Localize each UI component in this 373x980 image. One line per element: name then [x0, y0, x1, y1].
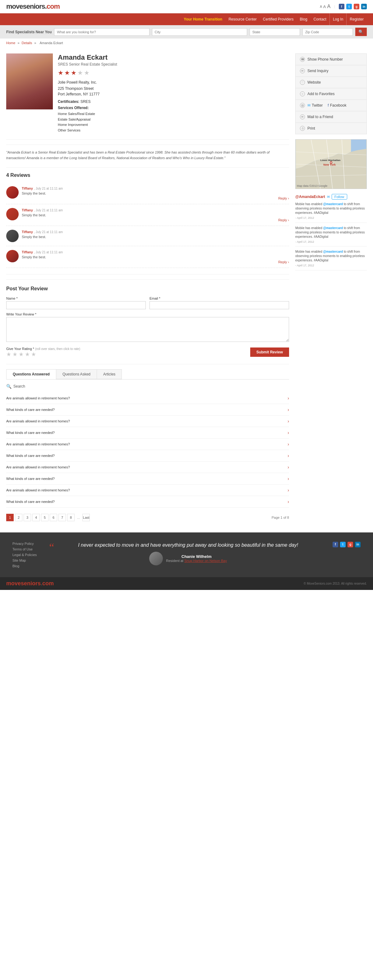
- font-size-large[interactable]: A: [327, 4, 330, 10]
- page-1[interactable]: 1: [6, 514, 14, 521]
- qa-item[interactable]: What kinds of care are needed? ›: [6, 427, 289, 439]
- send-inquiry-label: Send Inquiry: [308, 69, 328, 73]
- page-last[interactable]: Last: [82, 514, 90, 521]
- twitter-share[interactable]: ✉ Twitter: [308, 103, 323, 108]
- header-twitter-icon[interactable]: t: [346, 4, 352, 10]
- footer-legal[interactable]: Legal & Policies: [13, 553, 37, 557]
- review-textarea[interactable]: [6, 317, 289, 342]
- footer-terms[interactable]: Terms of Use: [13, 547, 37, 551]
- nav-register[interactable]: Register: [346, 13, 367, 25]
- page-4[interactable]: 4: [32, 514, 40, 521]
- tab-articles[interactable]: Articles: [97, 369, 122, 379]
- reply-link-4[interactable]: Reply ›: [22, 260, 289, 264]
- qa-arrow-9: ›: [287, 488, 289, 493]
- tab-questions-answered[interactable]: Questions Answered: [6, 369, 56, 379]
- reviews-title: 4 Reviews: [6, 172, 289, 178]
- nav-resource-center[interactable]: Resource Center: [225, 13, 260, 25]
- facebook-share[interactable]: f Facebook: [328, 103, 346, 108]
- send-inquiry-action[interactable]: ✉ Send Inquiry: [296, 65, 367, 77]
- search-button[interactable]: 🔍: [355, 28, 367, 36]
- name-input[interactable]: [6, 301, 146, 309]
- rating-star-1[interactable]: ★: [6, 351, 11, 358]
- qa-question-1: Are animals allowed in retirement homes?: [6, 396, 70, 400]
- reply-link-1[interactable]: Reply ›: [22, 196, 289, 200]
- qa-item[interactable]: Are animals allowed in retirement homes?…: [6, 461, 289, 473]
- review-form-row-1: Name * Email *: [6, 296, 289, 309]
- review-form-group: Write Your Review *: [6, 312, 289, 343]
- person-location-link[interactable]: Snug Harbor on Nelson Bay: [184, 559, 227, 563]
- logo-text: moveseniors: [6, 3, 45, 10]
- page-6[interactable]: 6: [50, 514, 57, 521]
- qa-question-5: Are animals allowed in retirement homes?: [6, 442, 70, 446]
- review-text-1: Simply the best.: [22, 191, 289, 195]
- nav-login[interactable]: Log In: [330, 13, 346, 25]
- search-state-input[interactable]: [250, 28, 300, 36]
- qa-arrow-2: ›: [287, 407, 289, 412]
- reviewer-name-1: Tiffany: [22, 186, 33, 190]
- font-size-medium[interactable]: A: [323, 4, 326, 9]
- show-phone-action[interactable]: ☎ Show Phone Number: [296, 54, 367, 65]
- rating-star-5[interactable]: ★: [31, 351, 36, 358]
- logo-com: com: [46, 3, 60, 10]
- qa-item[interactable]: Are animals allowed in retirement homes?…: [6, 415, 289, 427]
- breadcrumb: Home » Details » Amanda Eckart: [0, 38, 373, 47]
- qa-item[interactable]: What kinds of care are needed? ›: [6, 450, 289, 461]
- review-item: Tiffany , July 21 at 11:11 am Simply the…: [6, 183, 289, 204]
- footer-twitter-icon[interactable]: t: [340, 542, 346, 547]
- qa-item[interactable]: What kinds of care are needed? ›: [6, 473, 289, 485]
- submit-review-button[interactable]: Submit Review: [250, 347, 289, 357]
- map-container[interactable]: Lower Manhattan New York Map data ©2013 …: [295, 139, 367, 189]
- qa-search: 🔍 Search: [6, 384, 289, 389]
- nav-contact[interactable]: Contact: [311, 13, 330, 25]
- page-5[interactable]: 5: [41, 514, 48, 521]
- profile-name: Amanda Eckart: [58, 54, 289, 62]
- rating-star-2[interactable]: ★: [13, 351, 18, 358]
- qa-item[interactable]: Are animals allowed in retirement homes?…: [6, 439, 289, 450]
- footer-privacy[interactable]: Privacy Policy: [13, 542, 37, 546]
- email-input[interactable]: [150, 301, 289, 309]
- page-2[interactable]: 2: [15, 514, 22, 521]
- nav-certified-providers[interactable]: Certified Providers: [260, 13, 297, 25]
- qa-item[interactable]: Are animals allowed in retirement homes?…: [6, 393, 289, 404]
- footer-linkedin-icon[interactable]: in: [355, 542, 360, 547]
- add-favorites-label: Add to Favorites: [308, 92, 335, 96]
- logo[interactable]: moveseniors.com: [6, 3, 60, 11]
- qa-item[interactable]: What kinds of care are needed? ›: [6, 496, 289, 508]
- font-size-small[interactable]: A: [320, 5, 322, 8]
- header-googleplus-icon[interactable]: g: [354, 4, 359, 10]
- add-favorites-action[interactable]: ☆ Add to Favorites: [296, 88, 367, 100]
- footer-blog[interactable]: Blog: [13, 564, 37, 568]
- footer-sitemap[interactable]: Site Map: [13, 558, 37, 562]
- header-facebook-icon[interactable]: f: [339, 4, 344, 10]
- footer-facebook-icon[interactable]: f: [333, 542, 338, 547]
- testimonial-quote: “ I never expected to move in and have e…: [49, 542, 320, 549]
- certificates-label: Certificates:: [58, 99, 79, 104]
- rating-star-4[interactable]: ★: [25, 351, 30, 358]
- nav-blog[interactable]: Blog: [297, 13, 311, 25]
- qa-arrow-7: ›: [287, 465, 289, 469]
- nav-home-transition[interactable]: Your Home Transition: [180, 13, 225, 25]
- reply-link-2[interactable]: Reply ›: [22, 218, 289, 222]
- search-what-input[interactable]: [54, 28, 149, 36]
- search-zip-input[interactable]: [303, 28, 353, 36]
- facebook-icon: f: [328, 103, 328, 108]
- mail-friend-action[interactable]: ✉ Mail to a Friend: [296, 111, 367, 123]
- breadcrumb-home[interactable]: Home: [6, 41, 15, 45]
- page-8[interactable]: 8: [67, 514, 75, 521]
- page-7[interactable]: 7: [59, 514, 66, 521]
- breadcrumb-details[interactable]: Details: [22, 41, 32, 45]
- search-city-input[interactable]: [152, 28, 247, 36]
- footer-googleplus-icon[interactable]: g: [347, 542, 353, 547]
- rating-star-3[interactable]: ★: [19, 351, 24, 358]
- review-item: Tiffany , July 21 at 11:11 am Simply the…: [6, 226, 289, 246]
- page-3[interactable]: 3: [24, 514, 31, 521]
- follow-button[interactable]: Follow: [332, 194, 347, 200]
- qa-item[interactable]: Are animals allowed in retirement homes?…: [6, 485, 289, 496]
- tab-questions-asked[interactable]: Questions Asked: [56, 369, 97, 379]
- quote-mark-icon: “: [49, 542, 54, 553]
- website-action[interactable]: ♡ Website: [296, 77, 367, 88]
- header-linkedin-icon[interactable]: in: [361, 4, 367, 10]
- print-action[interactable]: ⎙ Print: [296, 123, 367, 134]
- service-2: Estate Sale/Appraisal: [58, 117, 289, 123]
- qa-item[interactable]: What kinds of care are needed? ›: [6, 404, 289, 415]
